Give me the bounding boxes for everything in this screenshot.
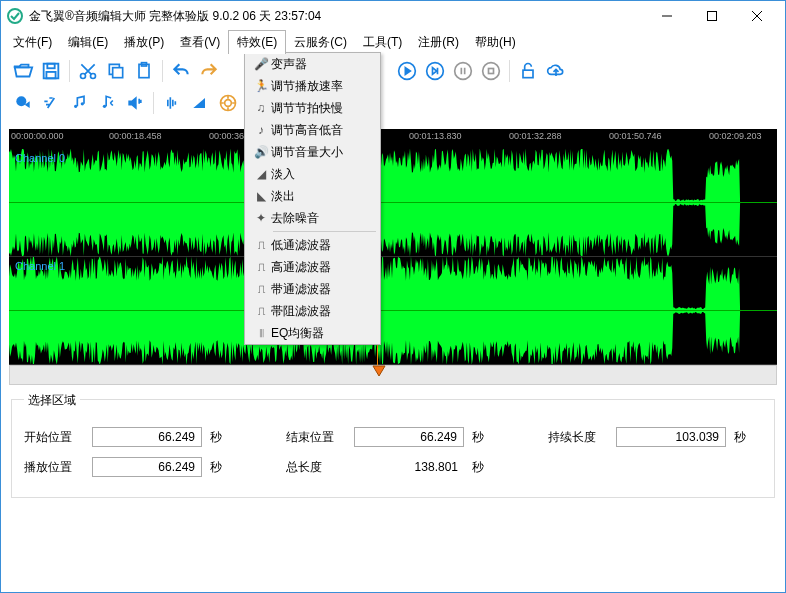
close-button[interactable] bbox=[734, 2, 779, 30]
record-button[interactable] bbox=[9, 89, 37, 117]
channel-1[interactable]: Channel 1 bbox=[9, 257, 777, 365]
menu-help[interactable]: 帮助(H) bbox=[467, 31, 524, 54]
spectrum-button[interactable] bbox=[158, 89, 186, 117]
play-loop-button[interactable] bbox=[421, 57, 449, 85]
open-button[interactable] bbox=[9, 57, 37, 85]
channel-0[interactable]: Channel 0 bbox=[9, 149, 777, 257]
speed-button[interactable] bbox=[37, 89, 65, 117]
start-label: 开始位置 bbox=[24, 429, 84, 446]
duration-label: 持续长度 bbox=[548, 429, 608, 446]
speaker-icon: 🔊 bbox=[251, 145, 271, 159]
save-button[interactable] bbox=[37, 57, 65, 85]
ruler-label: 00:02:09.203 bbox=[709, 131, 762, 141]
dd-pitch[interactable]: ♪调节高音低音 bbox=[245, 119, 380, 141]
end-input[interactable]: 66.249 bbox=[354, 427, 464, 447]
dd-voice-changer[interactable]: 🎤变声器 bbox=[245, 53, 380, 75]
play-button[interactable] bbox=[393, 57, 421, 85]
playpos-input[interactable]: 66.249 bbox=[92, 457, 202, 477]
maximize-button[interactable] bbox=[689, 2, 734, 30]
dd-label: EQ均衡器 bbox=[271, 325, 324, 342]
dd-speed[interactable]: 🏃调节播放速率 bbox=[245, 75, 380, 97]
run-icon: 🏃 bbox=[251, 79, 271, 93]
play-marker-icon[interactable] bbox=[372, 364, 386, 381]
unit-label: 秒 bbox=[210, 429, 230, 446]
ruler-label: 00:01:32.288 bbox=[509, 131, 562, 141]
unit-label: 秒 bbox=[472, 459, 492, 476]
pitch-button[interactable] bbox=[93, 89, 121, 117]
start-input[interactable]: 66.249 bbox=[92, 427, 202, 447]
total-value: 138.801 bbox=[354, 458, 464, 476]
menu-tool[interactable]: 工具(T) bbox=[355, 31, 410, 54]
volume-button[interactable] bbox=[121, 89, 149, 117]
dd-label: 去除噪音 bbox=[271, 210, 319, 227]
waveform-svg bbox=[9, 149, 777, 256]
dd-label: 高通滤波器 bbox=[271, 259, 331, 276]
note-icon: ♫ bbox=[251, 101, 271, 115]
svg-rect-17 bbox=[489, 69, 494, 74]
svg-rect-18 bbox=[523, 70, 533, 78]
dd-lowpass[interactable]: ⎍低通滤波器 bbox=[245, 234, 380, 256]
menu-play[interactable]: 播放(P) bbox=[116, 31, 172, 54]
menu-file[interactable]: 文件(F) bbox=[5, 31, 60, 54]
dd-label: 帯阻滤波器 bbox=[271, 303, 331, 320]
dd-eq[interactable]: ⫴EQ均衡器 bbox=[245, 322, 380, 344]
fadein-tool-button[interactable] bbox=[186, 89, 214, 117]
tempo-button[interactable] bbox=[65, 89, 93, 117]
menu-effect[interactable]: 特效(E) bbox=[228, 30, 286, 54]
cut-button[interactable] bbox=[74, 57, 102, 85]
ruler-label: 00:00:00.000 bbox=[11, 131, 64, 141]
undo-button[interactable] bbox=[167, 57, 195, 85]
filter-icon: ⎍ bbox=[251, 304, 271, 318]
dd-volume[interactable]: 🔊调节音量大小 bbox=[245, 141, 380, 163]
mic-icon: 🎤 bbox=[251, 57, 271, 71]
paste-button[interactable] bbox=[130, 57, 158, 85]
svg-point-0 bbox=[8, 9, 22, 23]
fadeout-icon: ◣ bbox=[251, 189, 271, 203]
dd-label: 带通滤波器 bbox=[271, 281, 331, 298]
time-ruler[interactable]: 00:00:00.000 00:00:18.458 00:00:36.915 0… bbox=[9, 129, 777, 149]
menu-cloud[interactable]: 云服务(C) bbox=[286, 31, 355, 54]
toolbar-separator bbox=[509, 60, 510, 82]
dd-highpass[interactable]: ⎍高通滤波器 bbox=[245, 256, 380, 278]
filter-icon: ⎍ bbox=[251, 238, 271, 252]
total-label: 总长度 bbox=[286, 459, 346, 476]
noise-tool-button[interactable] bbox=[214, 89, 242, 117]
svg-point-21 bbox=[225, 100, 232, 107]
copy-button[interactable] bbox=[102, 57, 130, 85]
channel-label: Channel 1 bbox=[15, 260, 65, 272]
filter-icon: ⎍ bbox=[251, 260, 271, 274]
svg-point-14 bbox=[427, 63, 444, 80]
duration-input[interactable]: 103.039 bbox=[616, 427, 726, 447]
dd-tempo[interactable]: ♫调节节拍快慢 bbox=[245, 97, 380, 119]
svg-rect-2 bbox=[707, 12, 716, 21]
dd-label: 变声器 bbox=[271, 56, 307, 73]
waveform-area[interactable]: Channel 0 Channel 1 bbox=[9, 149, 777, 365]
dd-label: 淡入 bbox=[271, 166, 295, 183]
timeline-scrollbar[interactable] bbox=[9, 365, 777, 385]
denoise-icon: ✦ bbox=[251, 211, 271, 225]
svg-point-16 bbox=[483, 63, 500, 80]
dd-label: 调节播放速率 bbox=[271, 78, 343, 95]
unlock-button[interactable] bbox=[514, 57, 542, 85]
minimize-button[interactable] bbox=[644, 2, 689, 30]
redo-button[interactable] bbox=[195, 57, 223, 85]
menu-register[interactable]: 注册(R) bbox=[410, 31, 467, 54]
menu-edit[interactable]: 编辑(E) bbox=[60, 31, 116, 54]
menu-view[interactable]: 查看(V) bbox=[172, 31, 228, 54]
cloud-button[interactable] bbox=[542, 57, 570, 85]
fadein-icon: ◢ bbox=[251, 167, 271, 181]
stop-button[interactable] bbox=[477, 57, 505, 85]
dd-label: 低通滤波器 bbox=[271, 237, 331, 254]
filter-icon: ⎍ bbox=[251, 282, 271, 296]
panel-legend: 选择区域 bbox=[24, 392, 80, 409]
pause-button[interactable] bbox=[449, 57, 477, 85]
dd-fadein[interactable]: ◢淡入 bbox=[245, 163, 380, 185]
dd-bandpass[interactable]: ⎍带通滤波器 bbox=[245, 278, 380, 300]
ruler-label: 00:01:13.830 bbox=[409, 131, 462, 141]
channel-label: Channel 0 bbox=[15, 152, 65, 164]
dd-bandstop[interactable]: ⎍帯阻滤波器 bbox=[245, 300, 380, 322]
dd-label: 调节音量大小 bbox=[271, 144, 343, 161]
dd-denoise[interactable]: ✦去除噪音 bbox=[245, 207, 380, 229]
dd-fadeout[interactable]: ◣淡出 bbox=[245, 185, 380, 207]
eq-icon: ⫴ bbox=[251, 326, 271, 340]
